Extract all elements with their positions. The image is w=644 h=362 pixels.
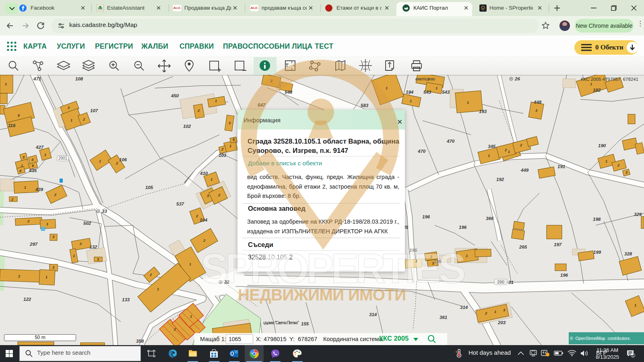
svg-text:1: 1	[590, 82, 592, 86]
svg-text:2: 2	[18, 274, 20, 278]
svg-text:1: 1	[410, 99, 412, 103]
svg-text:1: 1	[605, 159, 607, 163]
svg-text:3: 3	[535, 109, 537, 113]
svg-text:195: 195	[433, 259, 442, 264]
svg-text:104: 104	[200, 218, 208, 222]
svg-text:1: 1	[466, 254, 468, 258]
svg-text:2: 2	[218, 193, 220, 197]
svg-text:3: 3	[68, 106, 70, 110]
svg-text:192: 192	[496, 177, 504, 182]
svg-text:197: 197	[554, 242, 562, 247]
svg-text:3: 3	[207, 194, 209, 198]
svg-text:448: 448	[533, 100, 542, 105]
svg-text:182: 182	[593, 88, 601, 93]
svg-text:107: 107	[90, 108, 98, 113]
svg-text:196: 196	[422, 214, 430, 219]
svg-text:537: 537	[176, 202, 184, 206]
svg-text:449: 449	[520, 168, 529, 173]
svg-text:1: 1	[211, 177, 213, 181]
svg-text:3: 3	[23, 155, 25, 159]
svg-text:116: 116	[8, 123, 16, 128]
svg-text:1: 1	[415, 259, 417, 263]
svg-text:450: 450	[171, 93, 179, 98]
svg-text:2: 2	[430, 255, 432, 259]
svg-text:103: 103	[219, 153, 227, 158]
svg-text:1: 1	[190, 315, 192, 319]
svg-text:3: 3	[229, 121, 231, 125]
svg-text:1: 1	[70, 118, 72, 122]
svg-text:102: 102	[183, 124, 191, 129]
svg-text:1: 1	[634, 303, 636, 307]
svg-text:543: 543	[423, 90, 431, 95]
svg-text:358: 358	[136, 339, 144, 343]
svg-text:132: 132	[89, 245, 97, 249]
svg-text:кметство: кметство	[415, 77, 436, 81]
svg-text:1: 1	[215, 99, 217, 103]
svg-text:3: 3	[503, 308, 505, 312]
svg-text:191: 191	[557, 164, 565, 169]
svg-text:106: 106	[119, 157, 127, 162]
svg-text:2: 2	[270, 79, 272, 83]
svg-text:329: 329	[634, 212, 642, 217]
svg-text:427: 427	[35, 145, 44, 150]
svg-text:1: 1	[44, 153, 46, 157]
svg-text:1: 1	[386, 86, 388, 90]
svg-text:3: 3	[432, 261, 434, 265]
svg-text:3: 3	[52, 235, 54, 239]
svg-text:190: 190	[598, 143, 606, 148]
svg-text:265: 265	[519, 245, 527, 249]
svg-text:1: 1	[45, 275, 47, 279]
svg-text:2: 2	[11, 197, 13, 202]
svg-text:410: 410	[200, 171, 208, 176]
svg-text:1: 1	[467, 101, 469, 105]
svg-text:470: 470	[446, 139, 455, 144]
svg-text:583: 583	[361, 103, 369, 108]
svg-text:1: 1	[494, 310, 496, 314]
svg-text:193: 193	[479, 109, 487, 114]
svg-text:1: 1	[99, 159, 101, 163]
svg-text:2: 2	[221, 147, 223, 151]
svg-text:2: 2	[617, 163, 619, 167]
svg-text:297: 297	[29, 242, 38, 247]
svg-text:194: 194	[406, 90, 414, 95]
svg-text:2: 2	[520, 143, 522, 147]
svg-text:435: 435	[29, 168, 37, 173]
svg-text:1: 1	[73, 254, 75, 258]
svg-text:290: 290	[497, 280, 504, 284]
svg-text:2: 2	[79, 242, 82, 246]
svg-text:1: 1	[488, 154, 490, 158]
svg-text:2: 2	[27, 219, 29, 223]
svg-text:133: 133	[122, 297, 130, 302]
svg-text:1: 1	[157, 287, 159, 291]
svg-text:2: 2	[485, 311, 487, 315]
svg-text:105: 105	[145, 185, 153, 190]
svg-text:439: 439	[35, 187, 43, 192]
svg-text:2: 2	[83, 117, 85, 121]
svg-text:2: 2	[173, 327, 176, 331]
svg-text:26: 26	[514, 76, 520, 81]
svg-text:1: 1	[46, 222, 48, 226]
svg-text:1: 1	[21, 164, 23, 168]
svg-text:2: 2	[196, 214, 198, 218]
svg-text:548: 548	[285, 90, 293, 95]
svg-text:470: 470	[417, 149, 426, 154]
svg-text:2: 2	[203, 239, 205, 243]
svg-text:314: 314	[369, 312, 377, 317]
svg-text:203: 203	[497, 320, 506, 325]
svg-text:328: 328	[624, 251, 632, 256]
svg-text:църква "Света Петка": църква "Света Петка"	[263, 321, 299, 325]
svg-text:471: 471	[33, 76, 41, 81]
svg-text:198: 198	[593, 217, 601, 222]
svg-text:547: 547	[258, 103, 266, 107]
svg-text:3: 3	[97, 257, 99, 261]
svg-text:196: 196	[459, 225, 467, 230]
svg-text:2: 2	[504, 148, 507, 152]
svg-text:1: 1	[229, 144, 231, 148]
svg-text:ККС 2005 4797957, 678241: ККС 2005 4797957, 678241	[581, 77, 638, 82]
svg-text:1: 1	[189, 262, 191, 266]
svg-text:1: 1	[24, 185, 26, 189]
svg-text:196: 196	[560, 273, 568, 278]
svg-text:32: 32	[224, 280, 229, 284]
svg-text:502: 502	[83, 221, 91, 226]
svg-text:1: 1	[5, 82, 7, 86]
